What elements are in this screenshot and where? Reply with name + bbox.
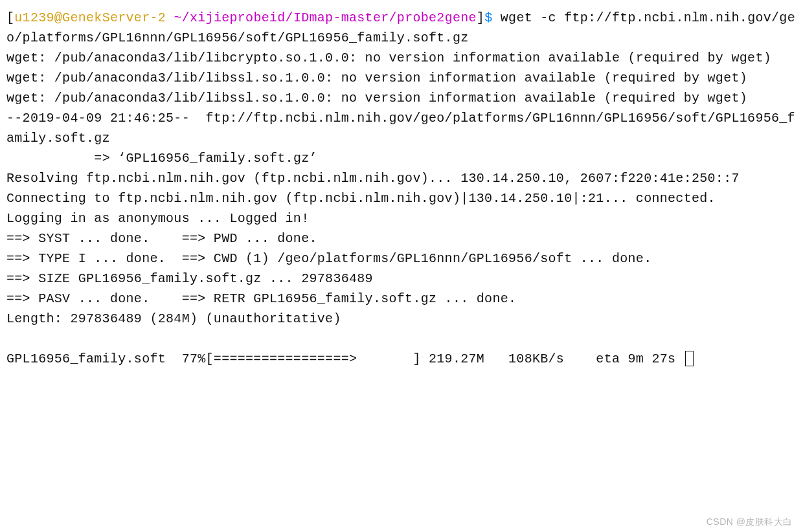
prompt-close-bracket: ] (477, 10, 484, 25)
output-line: Length: 297836489 (284M) (unauthoritativ… (6, 311, 341, 326)
output-line: ==> SYST ... done. ==> PWD ... done. (6, 231, 317, 246)
output-line: Resolving ftp.ncbi.nlm.nih.gov (ftp.ncbi… (6, 171, 740, 186)
output-line: wget: /pub/anaconda3/lib/libssl.so.1.0.0… (6, 71, 747, 85)
output-line: Connecting to ftp.ncbi.nlm.nih.gov (ftp.… (6, 191, 716, 206)
progress-line: GPL16956_family.soft 77%[===============… (6, 351, 684, 366)
cursor-icon (685, 351, 694, 366)
prompt-open-bracket: [ (6, 10, 14, 25)
terminal-output[interactable]: [u1239@GenekServer-2 ~/xijieprobeid/IDma… (0, 0, 803, 374)
output-line: wget: /pub/anaconda3/lib/libssl.so.1.0.0… (6, 91, 747, 105)
output-line: ==> SIZE GPL16956_family.soft.gz ... 297… (6, 271, 373, 286)
output-line: wget: /pub/anaconda3/lib/libcrypto.so.1.… (6, 50, 771, 65)
output-line: --2019-04-09 21:46:25-- ftp://ftp.ncbi.n… (6, 111, 795, 146)
output-line: Logging in as anonymous ... Logged in! (6, 211, 309, 226)
output-line: ==> TYPE I ... done. ==> CWD (1) /geo/pl… (6, 251, 651, 266)
prompt-dollar: $ (484, 10, 492, 25)
watermark-text: CSDN @皮肤科大白 (707, 516, 793, 528)
prompt-path: ~/xijieprobeid/IDmap-master/probe2gene (174, 10, 476, 25)
output-line: ==> PASV ... done. ==> RETR GPL16956_fam… (6, 291, 516, 306)
prompt-user-host: u1239@GenekServer-2 (14, 10, 166, 25)
prompt-space (166, 10, 174, 25)
output-line: => ‘GPL16956_family.soft.gz’ (6, 151, 317, 166)
